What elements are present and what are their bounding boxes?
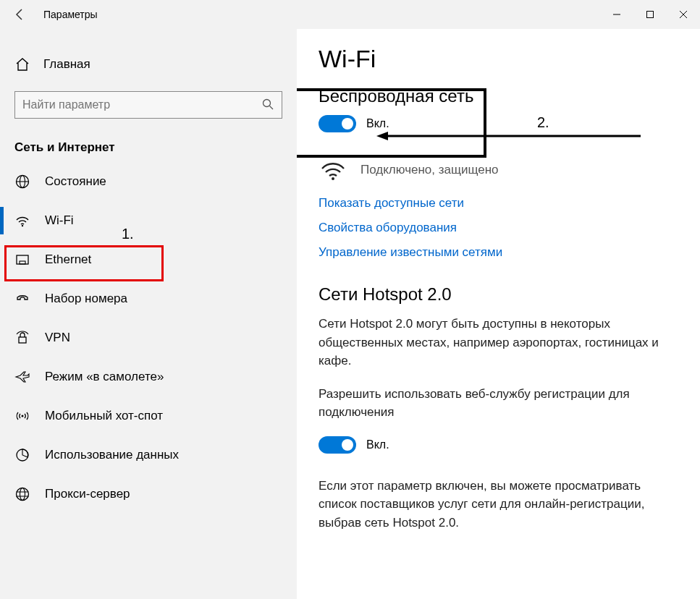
hotspot-para3: Если этот параметр включен, вы можете пр… <box>319 477 678 532</box>
sidebar-item-wifi[interactable]: Wi-Fi <box>0 201 297 240</box>
hotspot-icon <box>14 408 30 424</box>
annotation-label-2: 2. <box>537 114 549 131</box>
search-box[interactable] <box>14 91 282 119</box>
hotspot-para1: Сети Hotspot 2.0 могут быть доступны в н… <box>319 315 678 370</box>
sidebar-item-proxy[interactable]: Прокси-сервер <box>0 475 297 514</box>
datausage-icon <box>14 447 30 463</box>
ethernet-icon <box>14 252 30 268</box>
sidebar-item-label: Wi-Fi <box>45 213 74 228</box>
link-hardware-props[interactable]: Свойства оборудования <box>319 221 678 235</box>
close-button[interactable] <box>667 0 700 29</box>
sidebar-section-head: Сеть и Интернет <box>14 140 297 155</box>
sidebar-item-datausage[interactable]: Использование данных <box>0 436 297 475</box>
svg-point-14 <box>20 488 25 501</box>
link-show-networks[interactable]: Показать доступные сети <box>319 196 678 211</box>
search-icon <box>261 98 274 113</box>
titlebar: Параметры <box>0 0 700 29</box>
hotspot-toggle[interactable] <box>319 436 356 454</box>
svg-point-13 <box>17 488 29 501</box>
hotspot-toggle-label: Вкл. <box>366 438 389 451</box>
wireless-heading: Беспроводная сеть <box>319 86 678 106</box>
wifi-icon <box>14 213 30 229</box>
sidebar-item-label: Режим «в самолете» <box>45 370 164 384</box>
svg-point-17 <box>332 177 334 180</box>
airplane-icon <box>14 369 30 385</box>
svg-line-3 <box>270 106 274 109</box>
home-icon <box>14 56 30 72</box>
minimize-button[interactable] <box>600 0 633 29</box>
sidebar-item-label: VPN <box>45 331 70 345</box>
sidebar: Главная Сеть и Интернет Состояние Wi-Fi <box>0 29 297 599</box>
sidebar-item-label: Ethernet <box>45 252 91 267</box>
wifi-status-icon <box>319 156 347 184</box>
svg-point-7 <box>22 225 23 226</box>
svg-rect-8 <box>17 255 28 264</box>
maximize-button[interactable] <box>633 0 667 29</box>
link-known-networks[interactable]: Управление известными сетями <box>319 245 678 260</box>
sidebar-item-hotspot[interactable]: Мобильный хот-спот <box>0 396 297 436</box>
wireless-toggle[interactable] <box>319 115 356 132</box>
sidebar-item-label: Использование данных <box>45 448 179 462</box>
sidebar-home-label: Главная <box>43 57 90 72</box>
wifi-status-text: Подключено, защищено <box>360 163 499 177</box>
wireless-toggle-label: Вкл. <box>366 117 389 130</box>
back-button[interactable] <box>10 4 30 25</box>
sidebar-home[interactable]: Главная <box>0 51 297 78</box>
svg-point-11 <box>22 415 24 417</box>
sidebar-item-label: Набор номера <box>45 292 127 306</box>
hotspot-para2: Разрешить использовать веб-службу регист… <box>319 385 678 422</box>
proxy-icon <box>14 486 30 502</box>
annotation-label-1: 1. <box>122 226 134 242</box>
sidebar-item-dialup[interactable]: Набор номера <box>0 279 297 318</box>
sidebar-item-label: Мобильный хот-спот <box>45 409 163 423</box>
sidebar-item-status[interactable]: Состояние <box>0 162 297 201</box>
main-content: Wi-Fi Беспроводная сеть Вкл. Подключено,… <box>297 29 700 599</box>
sidebar-item-label: Состояние <box>45 174 106 189</box>
sidebar-item-ethernet[interactable]: Ethernet <box>0 240 297 279</box>
svg-rect-10 <box>19 337 26 343</box>
hotspot-heading: Сети Hotspot 2.0 <box>319 284 678 305</box>
svg-point-2 <box>263 99 271 106</box>
search-input[interactable] <box>22 98 261 111</box>
sidebar-item-vpn[interactable]: VPN <box>0 318 297 357</box>
vpn-icon <box>14 330 30 346</box>
dialup-icon <box>14 291 30 307</box>
page-title: Wi-Fi <box>319 45 678 73</box>
sidebar-item-label: Прокси-сервер <box>45 487 130 501</box>
svg-rect-1 <box>647 12 654 18</box>
sidebar-item-airplane[interactable]: Режим «в самолете» <box>0 357 297 396</box>
window-title: Параметры <box>43 9 98 20</box>
sidebar-nav: Состояние Wi-Fi Ethernet Набор номера <box>0 162 297 514</box>
svg-marker-19 <box>376 132 388 140</box>
globe-icon <box>14 174 30 190</box>
